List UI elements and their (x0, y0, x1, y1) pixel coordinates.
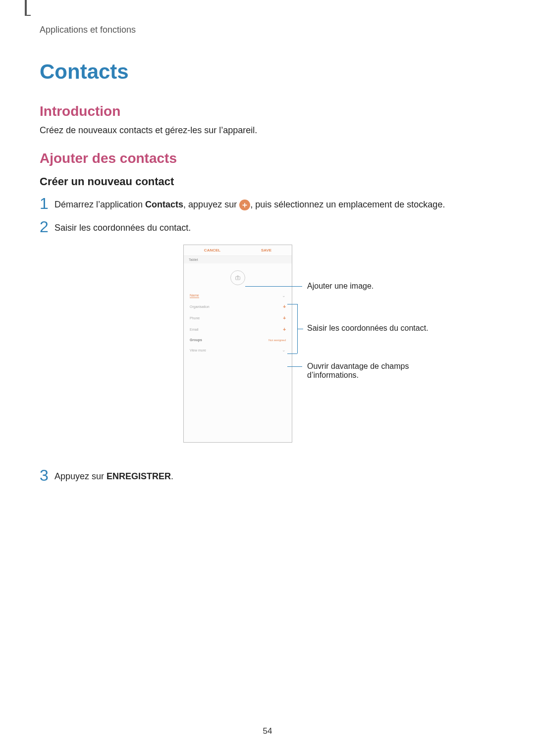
step-text: Saisir les coordonnées du contact. (54, 219, 191, 234)
callout-line (287, 304, 297, 304)
page-title: Contacts (40, 60, 495, 84)
page-number: 54 (0, 726, 535, 736)
step-number: 1 (40, 196, 54, 211)
mock-field-groups: Groups Not assigned (184, 335, 292, 345)
field-label: Name (190, 294, 199, 298)
field-label: Groups (190, 338, 202, 342)
mock-header: CANCEL SAVE (184, 245, 292, 256)
field-label: View more (190, 349, 206, 352)
mock-field-org: Organisation + (184, 301, 292, 312)
text-fragment: . (171, 471, 173, 481)
callout-enter-info: Saisir les coordonnées du contact. (307, 324, 436, 333)
page-content: Applications et fonctions Contacts Intro… (0, 0, 535, 483)
plus-icon: + (283, 315, 286, 321)
mock-field-viewmore: View more ⌄ (184, 345, 292, 355)
mock-save: SAVE (261, 248, 271, 252)
app-name-bold: Contacts (145, 200, 183, 209)
plus-icon: + (283, 304, 286, 309)
field-label: Phone (190, 316, 200, 320)
step-2: 2 Saisir les coordonnées du contact. (40, 219, 495, 235)
svg-point-1 (237, 277, 239, 279)
text-fragment: , puis sélectionnez un emplacement de st… (250, 200, 445, 209)
breadcrumb: Applications et fonctions (40, 25, 495, 35)
mock-field-phone: Phone + (184, 312, 292, 324)
plus-icon: ＋ (239, 200, 250, 210)
step-text: Appuyez sur ENREGISTRER. (54, 467, 173, 483)
callout-line (297, 329, 303, 329)
step-number: 2 (40, 219, 54, 235)
callout-line (287, 353, 297, 354)
figure: CANCEL SAVE Tablet Name ⌄ Organisation +… (40, 245, 495, 453)
step-1: 1 Démarrez l’application Contacts, appuy… (40, 196, 495, 211)
text-fragment: Démarrez l’application (54, 200, 145, 209)
callout-line (287, 366, 302, 367)
button-name-bold: ENREGISTRER (107, 471, 171, 481)
mock-screen: CANCEL SAVE Tablet Name ⌄ Organisation +… (183, 245, 292, 443)
step-3: 3 Appuyez sur ENREGISTRER. (40, 467, 495, 483)
field-label: Organisation (190, 305, 210, 308)
text-fragment: , appuyez sur (183, 200, 239, 209)
section-add-contacts: Ajouter des contacts (40, 151, 495, 166)
field-value: Not assigned (268, 339, 286, 342)
intro-body: Créez de nouveaux contacts et gérez-les … (40, 125, 495, 136)
subsection-create-contact: Créer un nouveau contact (40, 175, 495, 188)
chevron-down-icon: ⌄ (282, 348, 286, 353)
page-corner-horizontal (25, 15, 31, 16)
section-introduction: Introduction (40, 103, 495, 119)
callout-view-more: Ouvrir davantage de champs d’information… (307, 362, 436, 380)
svg-rect-0 (236, 277, 240, 280)
plus-icon: + (283, 327, 286, 332)
chevron-down-icon: ⌄ (282, 293, 286, 298)
text-fragment: Appuyez sur (54, 471, 107, 481)
field-label: Email (190, 328, 199, 331)
callout-line (245, 286, 302, 287)
mock-storage: Tablet (184, 256, 292, 263)
camera-icon (230, 270, 245, 285)
callout-add-image: Ajouter une image. (307, 282, 436, 291)
step-number: 3 (40, 467, 54, 483)
mock-cancel: CANCEL (204, 248, 220, 252)
mock-field-email: Email + (184, 324, 292, 335)
mock-field-name: Name ⌄ (184, 290, 292, 301)
step-text: Démarrez l’application Contacts, appuyez… (54, 196, 445, 211)
page-corner-vertical (25, 0, 27, 16)
